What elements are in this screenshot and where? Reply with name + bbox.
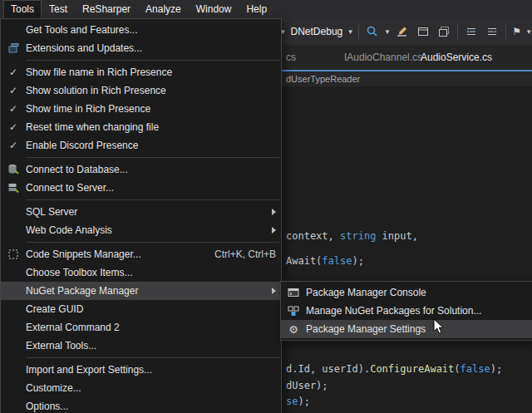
- menubar-item-window[interactable]: Window: [189, 0, 239, 18]
- menu-item-label: Extensions and Updates...: [26, 42, 276, 54]
- menu-item-nuget-package-manager[interactable]: NuGet Package Manager: [1, 282, 281, 300]
- search-options-chevron[interactable]: ▾: [386, 27, 390, 36]
- menu-separator: [26, 242, 279, 243]
- menu-item-show-solution-rich-presence[interactable]: ✓ Show solution in Rich Presence: [1, 81, 281, 100]
- menu-separator: [26, 357, 279, 358]
- menu-item-code-snippets-manager[interactable]: Code Snippets Manager... Ctrl+K, Ctrl+B: [1, 245, 281, 263]
- menu-item-enable-discord-presence[interactable]: ✓ Enable Discord Presence: [1, 136, 281, 155]
- toolbar-separator: [358, 24, 359, 39]
- menu-item-get-tools-and-features[interactable]: Get Tools and Features...: [1, 21, 281, 39]
- menu-separator: [26, 199, 279, 200]
- menu-item-choose-toolbox-items[interactable]: Choose Toolbox Items...: [1, 263, 281, 282]
- check-icon: ✓: [1, 66, 26, 78]
- menu-item-show-time-rich-presence[interactable]: ✓ Show time in Rich Presence: [1, 100, 281, 118]
- menu-item-label: Connect to Server...: [26, 182, 276, 194]
- menu-item-label: External Tools...: [26, 340, 276, 352]
- code-line: context, string input,: [286, 230, 418, 242]
- code-line: Await(false);: [286, 255, 364, 267]
- mouse-cursor: [433, 318, 444, 338]
- check-icon: ✓: [1, 103, 26, 115]
- menu-item-shortcut: Ctrl+K, Ctrl+B: [214, 248, 276, 260]
- menu-item-label: Get Tools and Features...: [26, 24, 276, 36]
- submenu-item-package-manager-settings[interactable]: ⚙ Package Manager Settings: [281, 320, 532, 338]
- outdent-icon[interactable]: [464, 24, 479, 39]
- menu-separator: [26, 60, 279, 61]
- menu-item-label: SQL Server: [26, 206, 265, 218]
- submenu-item-manage-nuget-packages[interactable]: Manage NuGet Packages for Solution...: [281, 302, 532, 320]
- bookmark-icon[interactable]: ⚑: [512, 26, 521, 37]
- menu-item-reset-time-changing-file[interactable]: ✓ Reset time when changing file: [1, 118, 281, 136]
- submenu-arrow-icon: [272, 209, 276, 215]
- menu-item-external-command-2[interactable]: External Command 2: [1, 318, 281, 337]
- submenu-item-package-manager-console[interactable]: Package Manager Console: [281, 283, 532, 302]
- menu-item-label: Show file name in Rich Presence: [26, 66, 276, 78]
- tools-menu: Get Tools and Features... Extensions and…: [0, 18, 282, 413]
- code-line: se);: [286, 396, 310, 407]
- snippets-icon: [1, 248, 26, 261]
- vs-window: Tools Test ReSharper Analyze Window Help…: [0, 0, 532, 413]
- menu-item-options[interactable]: Options...: [1, 397, 281, 413]
- menu-item-connect-to-database[interactable]: Connect to Database...: [1, 160, 281, 179]
- menu-item-sql-server[interactable]: SQL Server: [1, 203, 281, 221]
- menu-item-label: Web Code Analysis: [26, 224, 265, 236]
- menu-item-label: Show solution in Rich Presence: [26, 85, 276, 96]
- manage-packages-icon: [281, 304, 306, 317]
- menu-item-label: Import and Export Settings...: [26, 364, 276, 376]
- menu-item-label: Connect to Database...: [26, 164, 276, 175]
- check-icon: ✓: [1, 121, 26, 133]
- menu-item-label: Package Manager Console: [306, 287, 527, 298]
- toolbar-separator: [505, 24, 506, 39]
- menu-item-label: Manage NuGet Packages for Solution...: [306, 305, 527, 317]
- code-line: dUser);: [286, 380, 328, 391]
- menu-item-label: Show time in Rich Presence: [26, 103, 276, 115]
- menubar-item-test[interactable]: Test: [42, 0, 75, 18]
- menu-item-label: Customize...: [26, 382, 276, 394]
- window-icon[interactable]: [416, 24, 431, 39]
- menu-item-connect-to-server[interactable]: Connect to Server...: [1, 179, 281, 197]
- extensions-icon: [1, 42, 26, 55]
- menu-item-label: Choose Toolbox Items...: [26, 267, 276, 278]
- check-icon: ✓: [1, 85, 26, 96]
- menu-item-label: Code Snippets Manager...: [26, 248, 201, 260]
- edit-icon[interactable]: [395, 24, 410, 39]
- document-tab-audioservice[interactable]: AudioService.cs: [416, 45, 497, 70]
- menu-item-create-guid[interactable]: Create GUID: [1, 300, 281, 318]
- menu-item-external-tools[interactable]: External Tools...: [1, 337, 281, 355]
- menubar-item-tools[interactable]: Tools: [3, 0, 42, 18]
- menu-item-label: Package Manager Settings: [306, 323, 527, 335]
- gear-icon: ⚙: [281, 323, 306, 336]
- toolbar-overflow-chevron[interactable]: ▾: [527, 27, 531, 36]
- debug-target-dropdown[interactable]: DNetDebug: [291, 26, 343, 37]
- document-tab-partial[interactable]: cs: [281, 45, 301, 70]
- menu-item-label: Enable Discord Presence: [26, 140, 276, 151]
- menu-item-label: External Command 2: [26, 322, 276, 333]
- connect-database-icon: [1, 163, 26, 176]
- menu-separator: [26, 157, 279, 158]
- breadcrumb[interactable]: dUserTypeReader: [286, 71, 360, 86]
- menubar-item-resharper[interactable]: ReSharper: [75, 0, 138, 18]
- debug-target-chevron[interactable]: ▾: [348, 27, 352, 36]
- menubar-item-analyze[interactable]: Analyze: [138, 0, 189, 18]
- submenu-arrow-icon: [272, 227, 276, 234]
- menu-item-customize[interactable]: Customize...: [1, 379, 281, 397]
- menubar-item-help[interactable]: Help: [239, 0, 274, 18]
- menu-item-label: Create GUID: [26, 303, 276, 315]
- toolbar-separator: [457, 24, 458, 39]
- menu-item-label: Reset time when changing file: [26, 121, 276, 133]
- document-tab-iaudiochannel[interactable]: IAudioChannel.cs: [339, 45, 427, 70]
- console-icon: [281, 286, 306, 299]
- check-icon: ✓: [1, 140, 26, 151]
- menu-bar: Tools Test ReSharper Analyze Window Help: [0, 0, 532, 18]
- submenu-arrow-icon: [272, 288, 276, 294]
- connect-server-icon: [1, 181, 26, 194]
- indent-icon[interactable]: [485, 24, 500, 39]
- menu-item-import-export-settings[interactable]: Import and Export Settings...: [1, 361, 281, 379]
- search-icon[interactable]: [365, 24, 380, 39]
- nuget-submenu: Package Manager Console Manage NuGet Pac…: [280, 281, 532, 341]
- menu-item-web-code-analysis[interactable]: Web Code Analysis: [1, 221, 281, 239]
- menu-item-extensions-and-updates[interactable]: Extensions and Updates...: [1, 39, 281, 57]
- copy-window-icon[interactable]: [436, 24, 451, 39]
- code-line: d.Id, userId).ConfigureAwait(false);: [286, 363, 502, 375]
- menu-item-label: Options...: [26, 401, 276, 412]
- menu-item-show-file-name-rich-presence[interactable]: ✓ Show file name in Rich Presence: [1, 63, 281, 81]
